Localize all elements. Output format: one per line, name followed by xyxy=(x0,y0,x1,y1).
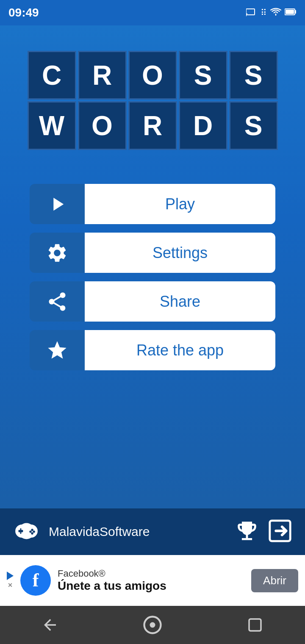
share-icon-container xyxy=(30,281,85,322)
ad-triangle-icon xyxy=(7,572,14,580)
star-icon xyxy=(46,339,68,361)
svg-rect-3 xyxy=(286,10,294,14)
settings-icon-container xyxy=(30,233,85,273)
facebook-f-icon: f xyxy=(33,571,39,590)
logo-cell-s2: S xyxy=(229,51,278,100)
logo-cell-d: D xyxy=(179,101,227,150)
gamepad-icon xyxy=(13,517,40,547)
ad-arrow: × xyxy=(7,572,14,590)
ad-open-button[interactable]: Abrir xyxy=(251,569,298,592)
status-bar: 09:49 ⠿ xyxy=(0,0,305,25)
logo-cell-r2: R xyxy=(128,101,177,150)
bottom-actions xyxy=(235,519,292,545)
share-label: Share xyxy=(85,281,275,322)
menu-buttons: Play Settings Share xyxy=(30,184,275,370)
nav-back-button[interactable] xyxy=(41,616,59,634)
star-icon-container xyxy=(30,330,85,370)
svg-point-9 xyxy=(31,529,33,531)
wifi-icon xyxy=(270,7,281,19)
nav-recents-button[interactable] xyxy=(246,616,264,634)
vibrate-icon: ⠿ xyxy=(261,8,267,18)
ad-text: Facebook® Únete a tus amigos xyxy=(58,568,244,593)
ad-close-label: × xyxy=(8,581,13,590)
facebook-logo: f xyxy=(20,565,51,596)
logo-cell-w: W xyxy=(28,101,76,150)
logo-cell-r: R xyxy=(78,51,127,100)
nav-bar xyxy=(0,606,305,644)
logo-grid: C R O S S W O R D S xyxy=(28,51,278,150)
play-icon-container xyxy=(30,184,85,224)
achievement-icon[interactable] xyxy=(235,519,259,545)
rate-label: Rate the app xyxy=(85,330,275,370)
svg-rect-0 xyxy=(246,9,255,15)
svg-rect-2 xyxy=(295,10,296,14)
main-content: C R O S S W O R D S Play Setti xyxy=(0,25,305,508)
play-label: Play xyxy=(85,184,275,224)
settings-label: Settings xyxy=(85,233,275,273)
svg-point-16 xyxy=(150,622,155,628)
rate-button[interactable]: Rate the app xyxy=(30,330,275,370)
svg-point-12 xyxy=(31,532,33,534)
logo-cell-c: C xyxy=(28,51,76,100)
settings-button[interactable]: Settings xyxy=(30,233,275,273)
svg-rect-8 xyxy=(20,528,22,534)
status-icons: ⠿ xyxy=(246,7,297,19)
svg-point-11 xyxy=(33,530,35,533)
brand-section: MalavidaSoftware xyxy=(13,517,235,547)
bottom-bar: MalavidaSoftware xyxy=(0,508,305,555)
status-time: 09:49 xyxy=(8,6,39,19)
signin-icon[interactable] xyxy=(268,519,292,545)
battery-icon xyxy=(285,8,297,18)
share-icon xyxy=(46,291,68,313)
logo-cell-s1: S xyxy=(179,51,227,100)
ad-title: Facebook® xyxy=(58,568,244,579)
logo-cell-o: O xyxy=(128,51,177,100)
gear-icon xyxy=(46,242,68,264)
brand-name: MalavidaSoftware xyxy=(49,525,150,539)
ad-banner: × f Facebook® Únete a tus amigos Abrir xyxy=(0,555,305,606)
play-icon xyxy=(46,193,68,215)
play-button[interactable]: Play xyxy=(30,184,275,224)
nav-home-button[interactable] xyxy=(141,614,164,636)
logo-cell-s3: S xyxy=(229,101,278,150)
cast-icon xyxy=(246,7,257,19)
logo-cell-o2: O xyxy=(78,101,127,150)
ad-subtitle: Únete a tus amigos xyxy=(58,579,244,593)
svg-point-10 xyxy=(29,530,31,533)
svg-rect-17 xyxy=(249,619,261,631)
share-button[interactable]: Share xyxy=(30,281,275,322)
